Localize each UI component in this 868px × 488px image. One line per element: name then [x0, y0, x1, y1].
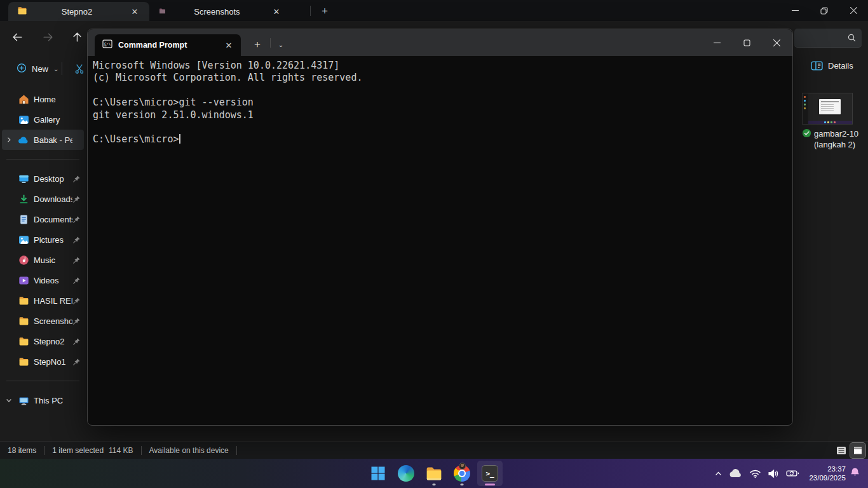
details-button-label: Details	[828, 61, 853, 71]
edge-taskbar-button[interactable]	[393, 461, 419, 486]
start-button[interactable]	[365, 461, 391, 486]
sidebar-item-home[interactable]: Home	[2, 89, 84, 109]
new-button[interactable]: New ⌄	[10, 58, 65, 79]
search-icon	[847, 33, 857, 43]
terminal-dropdown-icon[interactable]: ⌄	[272, 37, 290, 52]
tab-stepno2[interactable]: Stepno2 ✕	[8, 2, 149, 21]
terminal-output[interactable]: Microsoft Windows [Version 10.0.22621.43…	[93, 56, 790, 423]
chevron-right-icon[interactable]	[2, 136, 16, 144]
close-terminal-button[interactable]	[762, 30, 792, 56]
sidebar-item-label: Downloads	[34, 194, 72, 204]
terminal-title-bar[interactable]: C:\ Command Prompt ✕ ＋ ⌄	[88, 29, 792, 56]
terminal-tab-title: Command Prompt	[118, 41, 215, 50]
up-icon[interactable]	[67, 27, 86, 46]
close-tab-icon[interactable]: ✕	[126, 4, 143, 18]
pin-icon	[72, 175, 84, 183]
selection-count: 1 item selected	[52, 446, 104, 455]
tray-date: 23/09/2025	[809, 473, 846, 482]
terminal-line: (c) Microsoft Corporation. All rights re…	[93, 72, 790, 84]
sidebar-item-label: Gallery	[34, 115, 72, 125]
thumbnail-view-icon[interactable]	[850, 443, 865, 458]
minimize-window-button[interactable]	[780, 0, 810, 21]
battery-saver-icon[interactable]	[783, 462, 803, 485]
sidebar-item-hasil-rekam[interactable]: HASIL REKAM	[2, 290, 84, 311]
sidebar-item-desktop[interactable]: Desktop	[2, 168, 84, 189]
close-tab-icon[interactable]: ✕	[268, 4, 285, 18]
sidebar-item-documents[interactable]: Documents	[2, 209, 84, 229]
close-tab-icon[interactable]: ✕	[220, 38, 237, 52]
profile-avatar	[459, 463, 466, 470]
details-button[interactable]: Details	[811, 61, 853, 71]
sidebar-item-downloads[interactable]: Downloads	[2, 189, 84, 209]
sidebar-item-label: HASIL REKAM	[34, 296, 72, 306]
onedrive-tray-icon[interactable]	[726, 462, 746, 485]
sidebar-item-videos[interactable]: Videos	[2, 270, 84, 290]
sidebar-item-label: Stepno2	[34, 337, 72, 346]
selection-size: 114 KB	[109, 446, 133, 455]
file-explorer-taskbar-button[interactable]	[421, 461, 447, 486]
tab-screenshots[interactable]: Screenshots ✕	[150, 2, 291, 21]
tray-clock[interactable]: 23:37 23/09/2025	[809, 464, 846, 482]
tab-divider	[310, 6, 311, 16]
sidebar-item-babak-person[interactable]: Babak - Person	[2, 130, 84, 150]
sidebar-item-stepno1[interactable]: StepNo1	[2, 351, 84, 372]
sidebar-item-label: Screenshots	[34, 316, 72, 326]
sidebar-item-label: Videos	[34, 276, 72, 285]
close-window-button[interactable]	[839, 0, 868, 21]
terminal-tab[interactable]: C:\ Command Prompt ✕	[95, 34, 241, 56]
running-indicator	[461, 484, 464, 485]
terminal-line: C:\Users\micro>git --version	[93, 97, 790, 109]
thispc-icon	[16, 395, 31, 406]
volume-icon[interactable]	[764, 462, 783, 485]
sidebar-item-local-disk-c[interactable]: Local Disk (C:)	[2, 410, 84, 412]
sidebar-item-label: Documents	[34, 215, 72, 224]
new-tab-button[interactable]: ＋	[316, 4, 333, 18]
command-prompt-icon: C:\	[102, 39, 112, 51]
desktop-icon	[16, 173, 31, 184]
home-icon	[16, 94, 31, 105]
folder-icon	[16, 316, 31, 327]
chrome-taskbar-button[interactable]	[449, 461, 475, 486]
svg-text:C:\: C:\	[104, 42, 111, 46]
sidebar-item-label: Pictures	[34, 235, 72, 245]
explorer-status-bar: 18 items 1 item selected 114 KB Availabl…	[0, 441, 868, 459]
wifi-icon[interactable]	[746, 462, 764, 485]
restore-window-button[interactable]	[810, 0, 839, 21]
gallery-icon	[16, 114, 31, 125]
chevron-down-icon[interactable]	[2, 396, 16, 404]
sidebar-item-stepno2[interactable]: Stepno2	[2, 331, 84, 351]
file-explorer-icon	[425, 464, 443, 482]
terminal-taskbar-button[interactable]: >_	[477, 461, 503, 486]
pin-icon	[72, 297, 84, 305]
forward-icon[interactable]	[38, 27, 57, 46]
cut-button[interactable]	[70, 60, 89, 78]
search-input[interactable]	[794, 29, 862, 48]
notification-bell-icon[interactable]	[850, 467, 860, 480]
chevron-down-icon: ⌄	[53, 65, 58, 72]
windows-logo-icon	[370, 466, 386, 481]
file-thumbnail[interactable]	[802, 93, 853, 125]
sidebar-item-pictures[interactable]: Pictures	[2, 229, 84, 250]
folder-icon	[16, 356, 31, 367]
sidebar-item-music[interactable]: Music	[2, 250, 84, 270]
terminal-window[interactable]: C:\ Command Prompt ✕ ＋ ⌄ Microsoft Windo…	[87, 29, 793, 426]
sidebar-item-gallery[interactable]: Gallery	[2, 109, 84, 130]
maximize-terminal-button[interactable]	[732, 30, 762, 56]
sidebar-item-screenshots[interactable]: Screenshots	[2, 311, 84, 331]
sidebar-separator	[6, 159, 79, 159]
sidebar-item-label: Music	[34, 255, 72, 265]
availability-status[interactable]: Available on this device	[149, 446, 229, 455]
selected-file[interactable]: gambar2-10(langkah 2)	[802, 128, 863, 150]
terminal-cursor	[179, 134, 180, 144]
terminal-line: Microsoft Windows [Version 10.0.22621.43…	[93, 60, 790, 72]
back-icon[interactable]	[8, 27, 27, 46]
sync-status-icon	[802, 128, 811, 150]
pin-icon	[72, 317, 84, 325]
tray-chevron-up-icon[interactable]	[711, 462, 726, 485]
sidebar-item-this-pc[interactable]: This PC	[2, 390, 84, 410]
new-terminal-tab-button[interactable]: ＋	[248, 37, 266, 52]
minimize-terminal-button[interactable]	[702, 30, 732, 56]
plus-circle-icon	[17, 63, 27, 75]
pin-icon	[72, 337, 84, 346]
details-view-icon[interactable]	[834, 443, 849, 458]
